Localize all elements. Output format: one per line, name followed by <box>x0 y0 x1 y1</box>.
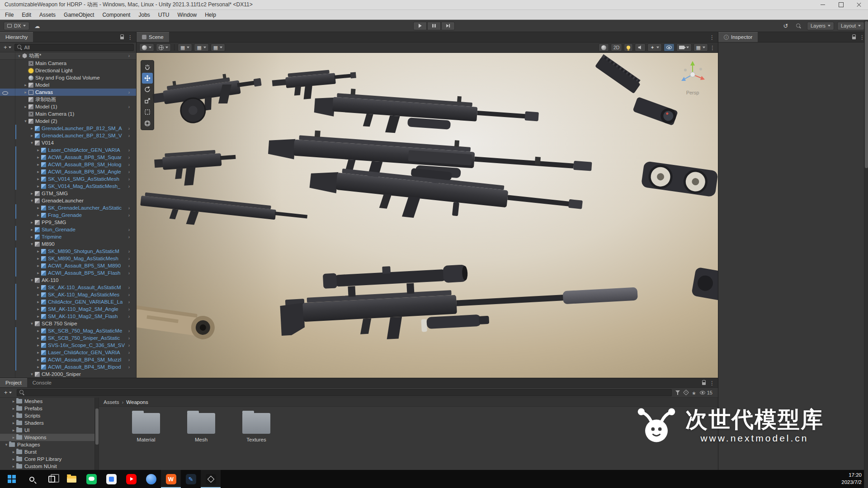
menu-item[interactable]: Help <box>201 10 220 19</box>
hierarchy-row[interactable]: ACWI_Assault_BP8_SM_Holog <box>0 161 136 168</box>
prefab-open-icon[interactable] <box>128 104 136 109</box>
expand-arrow-icon[interactable] <box>29 277 35 284</box>
shading-mode-dropdown[interactable] <box>139 43 154 52</box>
expand-arrow-icon[interactable] <box>35 204 41 211</box>
menu-item[interactable]: Jobs <box>134 10 154 19</box>
folder-row[interactable]: Weapons <box>0 434 94 441</box>
expand-arrow-icon[interactable] <box>11 464 16 469</box>
hierarchy-row[interactable]: Stun_Grenade <box>0 226 136 233</box>
hierarchy-row[interactable]: GrenadeLauncher_BP_812_SM_V <box>0 132 136 139</box>
hierarchy-row[interactable]: SK_AK-110_Assault_AsStaticM <box>0 284 136 291</box>
photos-app-button[interactable] <box>101 470 121 488</box>
hierarchy-row[interactable]: Frag_Grenade <box>0 211 136 219</box>
chat-app-button[interactable] <box>81 470 101 488</box>
expand-arrow-icon[interactable] <box>23 117 28 125</box>
hierarchy-search-input[interactable]: All <box>14 44 134 51</box>
expand-arrow-icon[interactable] <box>29 197 35 204</box>
hierarchy-row[interactable]: Canvas <box>0 89 136 96</box>
expand-arrow-icon[interactable] <box>35 146 41 154</box>
rotate-tool[interactable] <box>142 84 153 95</box>
menu-item[interactable]: UTU <box>154 10 174 19</box>
prefab-open-icon[interactable] <box>128 336 136 341</box>
scene-toolbar-menu-icon[interactable] <box>710 43 715 52</box>
project-tree-scrollbar[interactable] <box>95 398 99 470</box>
create-asset-button[interactable] <box>3 389 13 396</box>
hidden-packages-toggle[interactable]: 15 <box>700 390 715 395</box>
prefab-open-icon[interactable] <box>128 328 136 333</box>
prefab-open-icon[interactable] <box>128 155 136 160</box>
prefab-open-icon[interactable] <box>128 256 136 261</box>
tab-scene[interactable]: Scene <box>137 32 169 42</box>
expand-arrow-icon[interactable] <box>11 421 16 425</box>
camera-overlay-dropdown[interactable] <box>676 43 692 52</box>
hierarchy-row[interactable]: 动画* <box>0 52 136 60</box>
prefab-open-icon[interactable] <box>128 343 136 348</box>
hierarchy-row[interactable]: CM-2000_Sniper <box>0 371 136 378</box>
hierarchy-row[interactable]: GrenadeLauncher <box>0 197 136 204</box>
expand-arrow-icon[interactable] <box>29 240 35 248</box>
audio-toggle-button[interactable] <box>635 43 646 52</box>
cloud-button[interactable] <box>32 22 42 30</box>
hierarchy-row[interactable]: Model (1) <box>0 103 136 110</box>
hierarchy-row[interactable]: SK_GrenadeLauncher_AsStatic <box>0 204 136 211</box>
expand-arrow-icon[interactable] <box>35 349 41 356</box>
prefab-open-icon[interactable] <box>128 213 136 218</box>
expand-arrow-icon[interactable] <box>35 262 41 269</box>
prefab-open-icon[interactable] <box>128 133 136 138</box>
lock-icon[interactable] <box>852 37 856 39</box>
hierarchy-row[interactable]: ACWI_Assault_BP4_SM_Muzzl <box>0 356 136 363</box>
hierarchy-row[interactable]: GTM_SMG <box>0 190 136 197</box>
hierarchy-row[interactable]: ACWI_Assault_BP8_SM_Squar <box>0 154 136 161</box>
prefab-open-icon[interactable] <box>128 126 136 131</box>
snap-settings-dropdown[interactable] <box>211 43 225 52</box>
expand-arrow-icon[interactable] <box>29 139 35 146</box>
prefab-open-icon[interactable] <box>128 357 136 362</box>
hierarchy-row[interactable]: SVS-16x_Scope_C_336_SM_SV <box>0 342 136 349</box>
tab-console[interactable]: Console <box>27 378 57 387</box>
expand-arrow-icon[interactable] <box>35 363 41 371</box>
expand-arrow-icon[interactable] <box>35 161 41 168</box>
tool-settings-dropdown[interactable] <box>178 43 192 52</box>
prefab-open-icon[interactable] <box>128 53 136 58</box>
hierarchy-row[interactable]: SM_AK-110_Mag2_SM_Angle <box>0 305 136 313</box>
hierarchy-row[interactable]: Main Camera <box>0 60 136 67</box>
expand-arrow-icon[interactable] <box>29 190 35 197</box>
folder-row[interactable]: Shaders <box>0 419 94 427</box>
layout-dropdown[interactable]: Layout <box>837 22 864 30</box>
browser-app-button[interactable] <box>141 470 161 488</box>
menu-item[interactable]: Component <box>98 10 134 19</box>
prefab-open-icon[interactable] <box>128 206 136 211</box>
asset-folder-tile[interactable]: Textures <box>236 413 277 470</box>
folder-row[interactable]: Prefabs <box>0 405 94 412</box>
search-by-label-icon[interactable] <box>683 389 689 395</box>
projection-label[interactable]: Persp <box>675 90 710 95</box>
menu-item[interactable]: File <box>1 10 18 19</box>
lock-icon[interactable] <box>120 37 124 39</box>
grid-visibility-dropdown[interactable] <box>194 43 208 52</box>
favorites-icon[interactable] <box>692 389 696 397</box>
expand-arrow-icon[interactable] <box>35 298 41 305</box>
expand-arrow-icon[interactable] <box>35 211 41 219</box>
tab-inspector[interactable]: Inspector <box>718 32 758 42</box>
layers-dropdown[interactable]: Layers <box>807 22 834 30</box>
prefab-open-icon[interactable] <box>128 271 136 276</box>
expand-arrow-icon[interactable] <box>35 175 41 183</box>
prefab-open-icon[interactable] <box>128 350 136 355</box>
panel-menu-icon[interactable] <box>127 33 133 41</box>
task-view-button[interactable] <box>42 470 61 488</box>
expand-arrow-icon[interactable] <box>35 168 41 175</box>
prefab-open-icon[interactable] <box>128 300 136 305</box>
expand-arrow-icon[interactable] <box>23 103 28 110</box>
expand-arrow-icon[interactable] <box>35 327 41 334</box>
rect-tool[interactable] <box>142 107 153 117</box>
expand-arrow-icon[interactable] <box>11 435 16 440</box>
scrollbar-thumb[interactable] <box>95 408 99 445</box>
lock-icon[interactable] <box>702 382 706 385</box>
wps-office-button[interactable]: W <box>161 470 181 488</box>
gizmos-dropdown[interactable] <box>693 43 708 52</box>
menu-item[interactable]: Edit <box>18 10 35 19</box>
panel-menu-icon[interactable] <box>709 33 715 41</box>
hierarchy-row[interactable]: Sky and Fog Global Volume <box>0 74 136 81</box>
step-button[interactable] <box>441 22 455 30</box>
folder-row[interactable]: Core RP Library <box>0 455 94 463</box>
